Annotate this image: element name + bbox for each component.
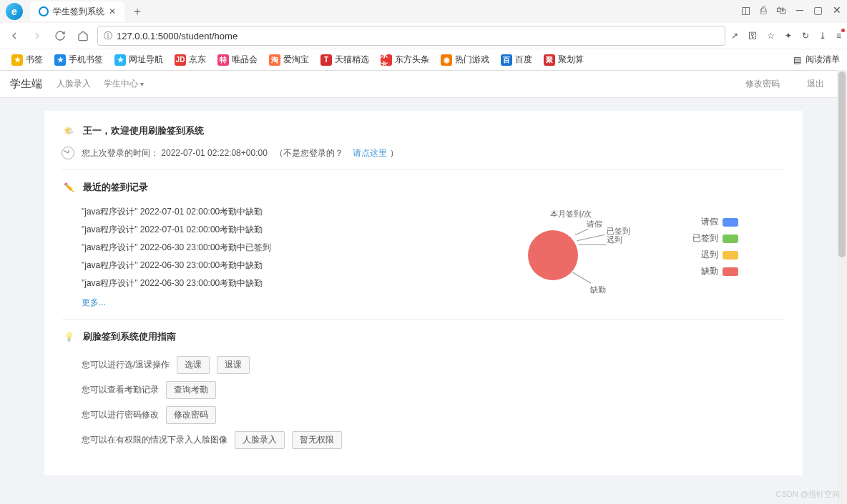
bookmark-item[interactable]: JD京东	[170, 52, 210, 67]
records-title: 最近的签到记录	[83, 181, 148, 194]
guide-row: 您可以查看考勤记录查询考勤	[62, 377, 785, 402]
bookmark-item[interactable]: 聚聚划算	[539, 52, 588, 67]
share-icon[interactable]: ↗	[731, 31, 738, 41]
print-icon[interactable]: ⎙	[760, 4, 766, 16]
new-tab-button[interactable]: ＋	[124, 4, 150, 19]
bookmark-item[interactable]: T天猫精选	[316, 52, 373, 67]
chart-title: 本月签到/次	[535, 209, 607, 219]
bookmark-icon: 东方	[381, 54, 392, 66]
bookmark-item[interactable]: 特唯品会	[213, 52, 262, 67]
reading-list[interactable]: ▤ 阅读清单	[793, 54, 840, 66]
bookmark-label: 唯品会	[232, 54, 258, 66]
click-here-link[interactable]: 请点这里	[353, 148, 387, 158]
guide-text: 您可以查看考勤记录	[82, 384, 159, 396]
bookmark-label: 网址导航	[129, 54, 163, 66]
more-link[interactable]: 更多...	[62, 292, 460, 309]
list-icon: ▤	[793, 55, 801, 65]
bookmark-icon: ★	[11, 54, 23, 66]
pie-label-absent: 缺勤	[590, 285, 606, 295]
guide-title: 刷脸签到系统使用指南	[83, 330, 176, 343]
tab-title: 学生签到系统	[53, 6, 104, 18]
record-line: "java程序设计" 2022-06-30 23:00:00考勤中缺勤	[62, 257, 460, 275]
guide-button[interactable]: 选课	[177, 356, 210, 374]
nav-face-enroll[interactable]: 人脸录入	[57, 78, 91, 90]
weather-icon: 🌤️	[62, 124, 76, 138]
watermark: CSDN @指针空间	[776, 489, 840, 500]
app-nav: 学生端 人脸录入 学生中心 修改密码 退出	[0, 71, 847, 98]
guide-section: 💡 刷脸签到系统使用指南 您可以进行选/退课操作选课退课您可以查看考勤记录查询考…	[62, 330, 785, 463]
records-list: "java程序设计" 2022-07-01 02:00:00考勤中缺勤"java…	[62, 203, 460, 309]
record-line: "java程序设计" 2022-06-30 23:00:00考勤中已签到	[62, 239, 460, 257]
star-icon[interactable]: ☆	[767, 31, 775, 41]
nav-logout[interactable]: 退出	[807, 78, 824, 90]
bookmark-item[interactable]: 东方东方头条	[376, 52, 434, 67]
bookmark-label: 热门游戏	[455, 54, 489, 66]
maximize-icon[interactable]: ▢	[813, 4, 823, 16]
reload-button[interactable]	[52, 27, 69, 44]
guide-text: 您可以在有权限的情况下录入人脸图像	[82, 434, 227, 446]
legend-label: 请假	[701, 216, 718, 228]
bookmark-item[interactable]: ◉热门游戏	[436, 52, 494, 67]
legend-item: 迟到	[692, 249, 738, 261]
browser-tab[interactable]: 学生签到系统 ✕	[30, 1, 124, 21]
extensions-icon[interactable]: ✦	[785, 31, 792, 41]
guide-button[interactable]: 查询考勤	[166, 381, 216, 399]
back-button[interactable]	[6, 27, 23, 44]
window-controls: ◫ ⎙ 🛍 ─ ▢ ✕	[741, 4, 841, 16]
history-icon[interactable]: ↻	[802, 31, 809, 41]
guide-button[interactable]: 人脸录入	[235, 431, 285, 449]
nav-change-password[interactable]: 修改密码	[745, 78, 780, 90]
guide-text: 您可以进行密码修改	[82, 409, 159, 421]
welcome-section: 🌤️ 王一，欢迎使用刷脸签到系统 您上次登录的时间： 2022-07-01 02…	[62, 124, 785, 170]
not-you-text: （不是您登录的？	[275, 148, 343, 158]
bookmark-item[interactable]: ★书签	[7, 52, 47, 67]
main-card: 🌤️ 王一，欢迎使用刷脸签到系统 您上次登录的时间： 2022-07-01 02…	[44, 111, 803, 475]
shopping-icon[interactable]: 🛍	[776, 4, 786, 16]
browser-chrome: ◫ ⎙ 🛍 ─ ▢ ✕ e 学生签到系统 ✕ ＋ ⓘ 127.0.0.1:500…	[0, 0, 847, 71]
scrollbar-thumb[interactable]	[838, 71, 846, 257]
download-icon[interactable]: ⤓	[819, 31, 826, 41]
record-line: "java程序设计" 2022-07-01 02:00:00考勤中缺勤	[62, 203, 460, 221]
bookmark-item[interactable]: ★手机书签	[50, 52, 107, 67]
forward-button[interactable]	[29, 27, 46, 44]
addr-right-icons: ↗ ⚿ ☆ ✦ ↻ ⤓ ≡	[731, 31, 841, 41]
pie-label-qingjia: 请假	[587, 219, 602, 229]
bookmark-icon: ★	[114, 54, 126, 66]
url-text: 127.0.0.1:5000/student/home	[117, 31, 719, 41]
last-login-row: 您上次登录的时间： 2022-07-01 02:22:08+00:00 （不是您…	[62, 147, 785, 159]
menu-icon[interactable]: ≡	[836, 31, 841, 41]
record-line: "java程序设计" 2022-06-30 23:00:00考勤中缺勤	[62, 275, 460, 292]
bookmark-icon: 聚	[544, 54, 555, 66]
bookmark-icon: T	[320, 54, 332, 66]
tab-favicon-icon	[39, 6, 49, 16]
reading-list-label: 阅读清单	[806, 54, 840, 66]
bulb-icon: 💡	[62, 330, 76, 344]
address-bar: ⓘ 127.0.0.1:5000/student/home ↗ ⚿ ☆ ✦ ↻ …	[0, 23, 847, 49]
browser-logo-icon: e	[6, 3, 23, 20]
guide-button[interactable]: 退课	[217, 356, 250, 374]
legend-label: 缺勤	[701, 265, 718, 277]
close-window-icon[interactable]: ✕	[833, 4, 841, 16]
guide-button[interactable]: 修改密码	[166, 406, 216, 424]
welcome-title: 王一，欢迎使用刷脸签到系统	[83, 124, 204, 137]
legend-label: 已签到	[692, 232, 718, 244]
guide-row: 您可以在有权限的情况下录入人脸图像人脸录入暂无权限	[62, 428, 785, 453]
legend-swatch	[723, 234, 738, 243]
info-icon: ⓘ	[104, 30, 112, 42]
nav-student-center[interactable]: 学生中心	[104, 78, 144, 90]
bookmark-item[interactable]: ★网址导航	[110, 52, 167, 67]
bookmark-item[interactable]: 淘爱淘宝	[265, 52, 313, 67]
legend-item: 缺勤	[692, 265, 738, 277]
url-input[interactable]: ⓘ 127.0.0.1:5000/student/home	[97, 26, 725, 46]
guide-button[interactable]: 暂无权限	[292, 431, 342, 449]
bookmark-icon: ◉	[441, 54, 452, 66]
home-button[interactable]	[74, 27, 92, 44]
tab-close-icon[interactable]: ✕	[109, 6, 116, 16]
key-icon[interactable]: ⚿	[748, 31, 757, 41]
guide-text: 您可以进行选/退课操作	[82, 359, 170, 371]
panel-icon[interactable]: ◫	[741, 4, 750, 16]
bookmark-item[interactable]: 百百度	[496, 52, 537, 67]
bookmark-label: 爱淘宝	[283, 54, 309, 66]
pie-chart: 本月签到/次 请假 已签到 迟到 缺勤 请假已签到迟到缺勤	[460, 203, 785, 309]
minimize-icon[interactable]: ─	[796, 4, 803, 16]
